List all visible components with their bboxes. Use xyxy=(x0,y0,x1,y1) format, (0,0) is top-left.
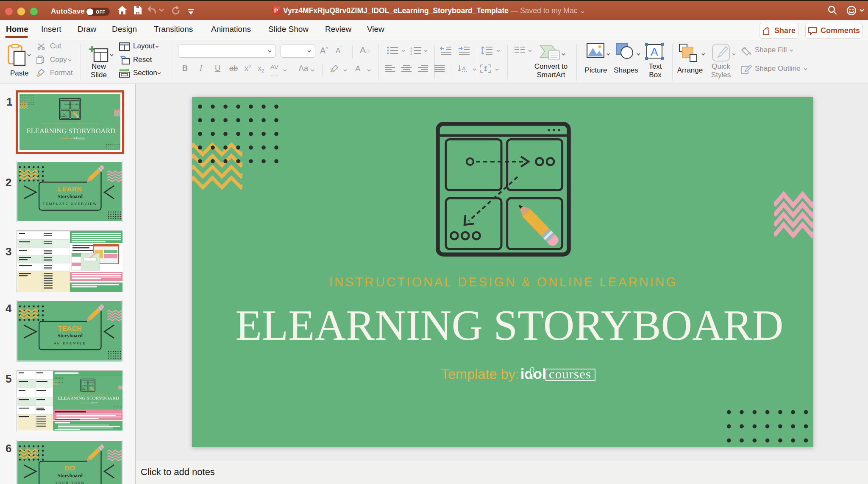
svg-text:LEARN: LEARN xyxy=(58,185,82,193)
svg-text:Storyboard: Storyboard xyxy=(58,193,83,199)
svg-text:DO: DO xyxy=(65,464,75,472)
svg-text:TEACH: TEACH xyxy=(58,325,82,332)
svg-text:AN EXAMPLE: AN EXAMPLE xyxy=(54,341,86,345)
svg-text:YOUR TURN: YOUR TURN xyxy=(55,481,85,484)
svg-text:Storyboard: Storyboard xyxy=(58,333,83,339)
svg-text:P: P xyxy=(274,7,278,14)
svg-text:A: A xyxy=(651,45,658,58)
svg-text:Storyboard: Storyboard xyxy=(58,473,83,478)
svg-text:A: A xyxy=(462,65,466,72)
svg-text:1: 1 xyxy=(410,47,412,50)
svg-text:TEMPLATE OVERVIEW: TEMPLATE OVERVIEW xyxy=(43,202,97,206)
svg-text:3: 3 xyxy=(410,53,412,55)
svg-text:2: 2 xyxy=(410,50,412,53)
